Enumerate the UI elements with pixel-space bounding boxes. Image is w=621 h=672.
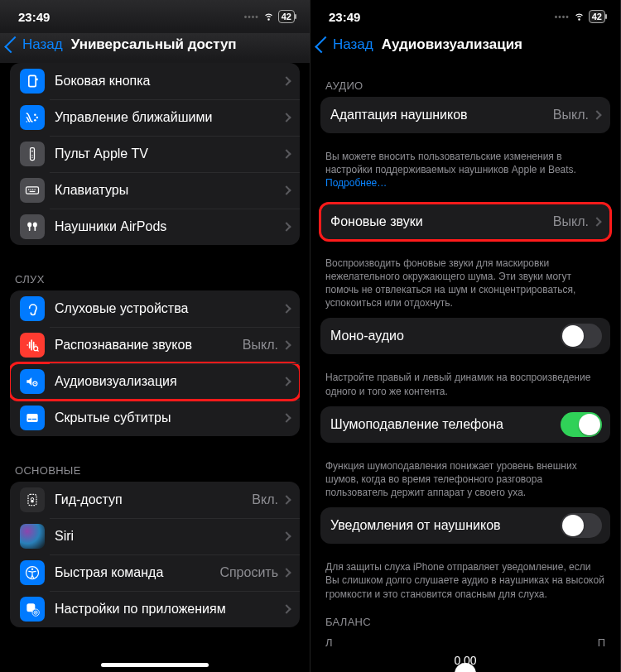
row-label: Боковая кнопка <box>55 74 283 89</box>
balance-labels: Л П <box>310 633 620 649</box>
svg-rect-27 <box>31 500 33 502</box>
row-keyboards[interactable]: Клавиатуры <box>10 172 300 209</box>
airpods-icon <box>20 214 45 239</box>
svg-rect-0 <box>29 75 36 86</box>
status-bar: 23:49 •••• 42 <box>0 0 310 33</box>
svg-rect-10 <box>28 189 29 190</box>
chevron-right-icon <box>282 495 291 504</box>
home-indicator[interactable] <box>101 663 209 667</box>
row-label: Фоновые звуки <box>330 214 553 229</box>
chevron-left-icon <box>4 36 22 54</box>
cellular-icon: •••• <box>244 12 259 22</box>
row-noise-cancel[interactable]: Шумоподавление телефона <box>320 406 610 443</box>
status-icons: •••• 42 <box>555 9 605 24</box>
learn-more-link[interactable]: Подробнее… <box>325 177 387 189</box>
chevron-right-icon <box>282 413 291 422</box>
chevron-right-icon <box>282 222 291 231</box>
nav-header: Назад Аудиовизуализация <box>310 33 620 63</box>
scroll-content[interactable]: Боковая кнопка Управление ближайшими Пул… <box>0 63 310 672</box>
section-audio: АУДИО <box>310 63 620 97</box>
screen-accessibility: 23:49 •••• 42 Назад Универсальный доступ… <box>0 0 310 672</box>
balance-left-label: Л <box>325 636 333 649</box>
group-hearing: Слуховые устройства Распознавание звуков… <box>10 290 300 436</box>
back-label: Назад <box>333 36 373 53</box>
section-balance: БАЛАНС <box>310 609 620 633</box>
row-label: Шумоподавление телефона <box>330 417 561 432</box>
audio-visual-icon <box>20 369 45 394</box>
row-side-button[interactable]: Боковая кнопка <box>10 63 300 99</box>
chevron-right-icon <box>282 149 291 158</box>
row-airpods[interactable]: Наушники AirPods <box>10 209 300 245</box>
subtitles-icon <box>20 406 45 430</box>
svg-rect-23 <box>26 414 37 422</box>
back-button[interactable]: Назад <box>8 36 63 53</box>
lock-icon <box>20 487 45 512</box>
toggle-noise-cancel[interactable] <box>561 412 602 437</box>
row-sound-recognition[interactable]: Распознавание звуков Выкл. <box>10 327 300 363</box>
status-time: 23:49 <box>329 10 360 24</box>
wifi-icon <box>573 9 585 24</box>
chevron-right-icon <box>282 377 291 386</box>
svg-point-29 <box>31 569 34 571</box>
row-label: Распознавание звуков <box>55 338 243 353</box>
svg-point-22 <box>35 383 36 385</box>
row-label: Слуховые устройства <box>55 301 283 316</box>
page-title: Универсальный доступ <box>66 36 237 53</box>
battery-icon: 42 <box>278 10 295 23</box>
row-hearing-devices[interactable]: Слуховые устройства <box>10 290 300 327</box>
svg-rect-25 <box>32 419 36 420</box>
row-value: Вкл. <box>252 492 278 507</box>
group-mono: Моно-аудио <box>320 318 610 354</box>
side-button-icon <box>20 69 45 94</box>
row-mono-audio[interactable]: Моно-аудио <box>320 318 610 354</box>
wifi-icon <box>262 9 275 24</box>
svg-point-6 <box>31 151 33 152</box>
row-label: Siri <box>55 529 283 544</box>
scroll-content[interactable]: АУДИО Адаптация наушников Выкл. Вы может… <box>310 63 620 672</box>
chevron-left-icon <box>315 36 332 54</box>
keyboard-icon <box>20 178 45 203</box>
row-label: Уведомления от наушников <box>330 518 561 533</box>
per-app-icon <box>20 597 45 622</box>
screen-audio-visual: 23:49 •••• 42 Назад Аудиовизуализация АУ… <box>310 0 621 672</box>
row-siri[interactable]: Siri <box>10 518 300 554</box>
row-audio-visual[interactable]: Аудиовизуализация <box>10 363 300 400</box>
svg-rect-14 <box>30 191 36 192</box>
group-headphone-adapt: Адаптация наушников Выкл. <box>320 97 610 133</box>
svg-point-4 <box>34 119 36 122</box>
svg-rect-24 <box>28 419 31 420</box>
row-value: Выкл. <box>553 108 589 122</box>
row-per-app[interactable]: Настройки по приложениям <box>10 591 300 627</box>
group-general: Гид-доступ Вкл. Siri Быстрая команда Спр… <box>10 482 300 627</box>
svg-rect-12 <box>32 189 33 190</box>
svg-rect-1 <box>36 79 38 81</box>
row-label: Настройки по приложениям <box>55 602 283 617</box>
row-label: Клавиатуры <box>55 183 283 198</box>
chevron-right-icon <box>592 110 601 119</box>
row-guided-access[interactable]: Гид-доступ Вкл. <box>10 482 300 518</box>
footer-noise: Функция шумоподавления понижает уровень … <box>310 454 620 508</box>
back-button[interactable]: Назад <box>319 36 373 53</box>
group-noise-cancel: Шумоподавление телефона <box>320 406 610 443</box>
toggle-mono[interactable] <box>561 324 602 348</box>
row-subtitles[interactable]: Скрытые субтитры <box>10 400 300 436</box>
accessibility-icon <box>20 560 45 585</box>
chevron-right-icon <box>592 217 601 226</box>
row-apple-tv-remote[interactable]: Пульт Apple TV <box>10 136 300 172</box>
row-value: Спросить <box>219 565 278 580</box>
row-shortcut[interactable]: Быстрая команда Спросить <box>10 554 300 591</box>
svg-point-3 <box>36 117 39 119</box>
row-nearby-control[interactable]: Управление ближайшими <box>10 99 300 136</box>
row-headphone-notif[interactable]: Уведомления от наушников <box>320 507 610 544</box>
chevron-right-icon <box>282 604 291 613</box>
nav-header: Назад Универсальный доступ <box>0 33 310 63</box>
chevron-right-icon <box>282 304 291 313</box>
section-hearing: СЛУХ <box>0 257 310 290</box>
toggle-headphone-notif[interactable] <box>561 513 602 538</box>
group-headphone-notif: Уведомления от наушников <box>320 507 610 544</box>
group-background-sounds: Фоновые звуки Выкл. <box>320 204 610 240</box>
row-headphone-adapt[interactable]: Адаптация наушников Выкл. <box>320 97 610 133</box>
row-background-sounds[interactable]: Фоновые звуки Выкл. <box>320 204 610 240</box>
section-general: ОСНОВНЫЕ <box>0 448 310 482</box>
chevron-right-icon <box>282 185 291 194</box>
